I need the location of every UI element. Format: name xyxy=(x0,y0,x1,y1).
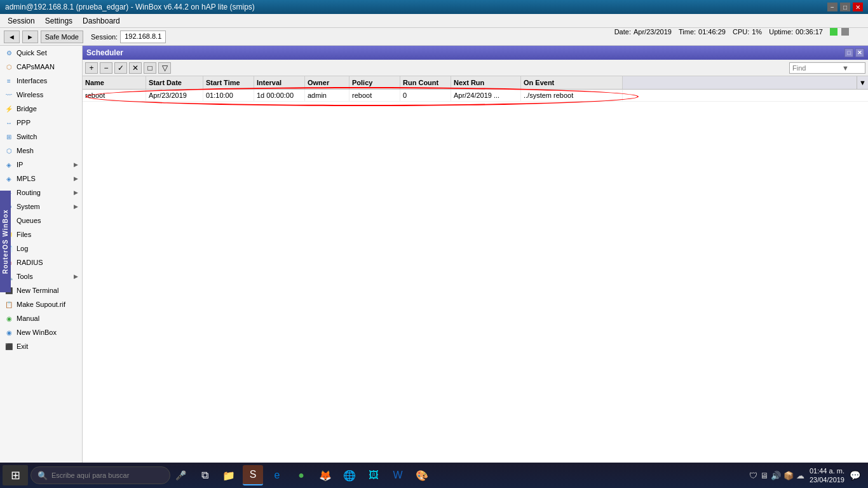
menu-dashboard[interactable]: Dashboard xyxy=(78,15,125,27)
taskbar-chrome[interactable]: ● xyxy=(291,465,311,485)
taskbar-paint[interactable]: 🎨 xyxy=(412,465,432,485)
sidebar-item-ip[interactable]: ◈ IP ▶ xyxy=(0,158,82,172)
filter-scheduler-button[interactable]: ▽ xyxy=(158,62,171,74)
taskbar-search[interactable]: 🔍 Escribe aquí para buscar xyxy=(31,466,170,484)
sidebar-item-capsman[interactable]: ⬡ CAPsMAAN xyxy=(0,60,82,74)
find-dropdown-icon[interactable]: ▼ xyxy=(842,64,849,72)
sidebar-item-files[interactable]: 📁 Files xyxy=(0,227,82,241)
back-button[interactable]: ◄ xyxy=(4,30,20,43)
safe-mode-button[interactable]: Safe Mode xyxy=(41,30,83,43)
app-title: admin@192.168.8.1 (prueba_edgar) - WinBo… xyxy=(5,3,255,11)
uptime-label: Uptime: xyxy=(769,28,793,36)
taskbar-icon-area: ⧉ 📁 S e ● 🦊 🌐 🖼 W 🎨 xyxy=(194,465,432,485)
sidebar-item-tools[interactable]: 🔧 Tools ▶ xyxy=(0,269,82,283)
col-header-name[interactable]: Name xyxy=(83,76,146,89)
sidebar-item-mesh[interactable]: ⬡ Mesh xyxy=(0,144,82,158)
table-header: Name Start Date Start Time Interval Owne… xyxy=(83,76,868,90)
scheduler-toolbar: + − ✓ ✕ □ ▽ ▼ xyxy=(83,60,868,76)
forward-button[interactable]: ► xyxy=(22,30,38,43)
col-header-run-count[interactable]: Run Count xyxy=(400,76,451,89)
taskbar-photos[interactable]: 🖼 xyxy=(363,465,384,485)
date-value: Apr/23/2019 xyxy=(634,28,672,36)
sidebar-item-manual[interactable]: ◉ Manual xyxy=(0,311,82,325)
col-header-dropdown[interactable]: ▼ xyxy=(857,76,868,89)
main-layout: ⚙ Quick Set ⬡ CAPsMAAN ≡ Interfaces 〰 Wi… xyxy=(0,46,868,483)
scheduler-table: Name Start Date Start Time Interval Owne… xyxy=(83,76,868,469)
sidebar-label-make-supout: Make Supout.rif xyxy=(17,301,65,308)
cell-interval: 1d 00:00:00 xyxy=(254,90,305,101)
find-container: ▼ xyxy=(789,62,865,74)
cpu-label: CPU: xyxy=(733,28,749,36)
menu-settings[interactable]: Settings xyxy=(40,15,78,27)
sidebar-item-quick-set[interactable]: ⚙ Quick Set xyxy=(0,46,82,60)
taskbar-notification-icon[interactable]: 💬 xyxy=(850,470,860,480)
sidebar-item-make-supout[interactable]: 📋 Make Supout.rif xyxy=(0,297,82,311)
scheduler-close-button[interactable]: ✕ xyxy=(855,48,864,57)
copy-scheduler-button[interactable]: □ xyxy=(144,62,156,74)
sidebar-label-bridge: Bridge xyxy=(17,105,37,112)
minimize-button[interactable]: − xyxy=(827,3,837,11)
sidebar-item-queues[interactable]: ● Queues xyxy=(0,214,82,227)
close-button[interactable]: ✕ xyxy=(853,3,863,11)
enable-scheduler-button[interactable]: ✓ xyxy=(114,62,127,74)
sidebar-item-new-winbox[interactable]: ◉ New WinBox xyxy=(0,325,82,339)
taskbar-browser2[interactable]: 🌐 xyxy=(339,465,360,485)
table-row[interactable]: reboot Apr/23/2019 01:10:00 1d 00:00:00 … xyxy=(83,90,868,102)
taskbar-word[interactable]: W xyxy=(388,465,408,485)
sidebar-item-mpls[interactable]: ◈ MPLS ▶ xyxy=(0,172,82,186)
scheduler-window-controls: □ ✕ xyxy=(844,48,864,57)
sidebar-item-switch[interactable]: ⊞ Switch xyxy=(0,130,82,144)
sidebar-item-new-terminal[interactable]: ⬛ New Terminal xyxy=(0,283,82,297)
scheduler-restore-button[interactable]: □ xyxy=(844,48,853,57)
session-ip: 192.168.8.1 xyxy=(120,30,166,43)
sidebar-item-bridge[interactable]: ⚡ Bridge xyxy=(0,102,82,116)
sidebar-label-log: Log xyxy=(17,245,28,252)
col-header-next-run[interactable]: Next Run xyxy=(451,76,521,89)
col-header-owner[interactable]: Owner xyxy=(305,76,349,89)
taskbar-winrar-icon: 📦 xyxy=(783,471,794,480)
taskbar-sublime[interactable]: S xyxy=(243,465,263,485)
remove-scheduler-button[interactable]: − xyxy=(100,62,112,74)
sidebar-label-new-winbox: New WinBox xyxy=(17,329,57,336)
sidebar-label-mpls: MPLS xyxy=(17,175,36,182)
start-button[interactable]: ⊞ xyxy=(3,465,28,485)
sidebar-item-wireless[interactable]: 〰 Wireless xyxy=(0,88,82,102)
taskbar-network-icon: 🖥 xyxy=(760,471,768,480)
taskbar-firefox[interactable]: 🦊 xyxy=(315,465,336,485)
taskbar-task-view[interactable]: ⧉ xyxy=(194,465,215,485)
switch-icon: ⊞ xyxy=(4,132,14,142)
col-header-interval[interactable]: Interval xyxy=(254,76,305,89)
sidebar-item-exit[interactable]: ⬛ Exit xyxy=(0,339,82,353)
cell-run-count: 0 xyxy=(400,90,451,101)
taskbar-edge[interactable]: e xyxy=(267,465,287,485)
add-scheduler-button[interactable]: + xyxy=(85,62,98,74)
disable-scheduler-button[interactable]: ✕ xyxy=(129,62,142,74)
sidebar-label-radius: RADIUS xyxy=(17,259,43,266)
col-header-on-event[interactable]: On Event xyxy=(521,76,623,89)
sidebar-item-routing[interactable]: ◈ Routing ▶ xyxy=(0,186,82,200)
sidebar-item-system[interactable]: ⚙ System ▶ xyxy=(0,200,82,214)
col-header-start-time[interactable]: Start Time xyxy=(203,76,254,89)
sidebar-item-radius[interactable]: ◉ RADIUS xyxy=(0,255,82,269)
time-label: Time: xyxy=(679,28,696,36)
new-winbox-icon: ◉ xyxy=(4,327,14,337)
sidebar-item-ppp[interactable]: ↔ PPP xyxy=(0,116,82,130)
clock-time: 01:44 a. m. xyxy=(810,466,844,475)
sidebar-item-interfaces[interactable]: ≡ Interfaces xyxy=(0,74,82,88)
col-header-policy[interactable]: Policy xyxy=(349,76,400,89)
maximize-button[interactable]: □ xyxy=(840,3,850,11)
find-input[interactable] xyxy=(789,62,865,74)
menu-bar: Session Settings Dashboard xyxy=(0,14,868,28)
col-header-start-date[interactable]: Start Date xyxy=(146,76,203,89)
taskbar-mic-icon[interactable]: 🎤 xyxy=(173,468,188,483)
taskbar-file-explorer[interactable]: 📁 xyxy=(219,465,239,485)
sidebar-item-log[interactable]: 📄 Log xyxy=(0,241,82,255)
sidebar-label-tools: Tools xyxy=(17,273,33,280)
sidebar-label-mesh: Mesh xyxy=(17,147,34,154)
menu-session[interactable]: Session xyxy=(3,15,40,27)
supout-icon: 📋 xyxy=(4,299,14,309)
wireless-icon: 〰 xyxy=(4,90,14,100)
mpls-arrow: ▶ xyxy=(74,175,78,182)
uptime-value: 00:36:17 xyxy=(796,28,823,36)
session-label: Session: xyxy=(91,33,118,41)
